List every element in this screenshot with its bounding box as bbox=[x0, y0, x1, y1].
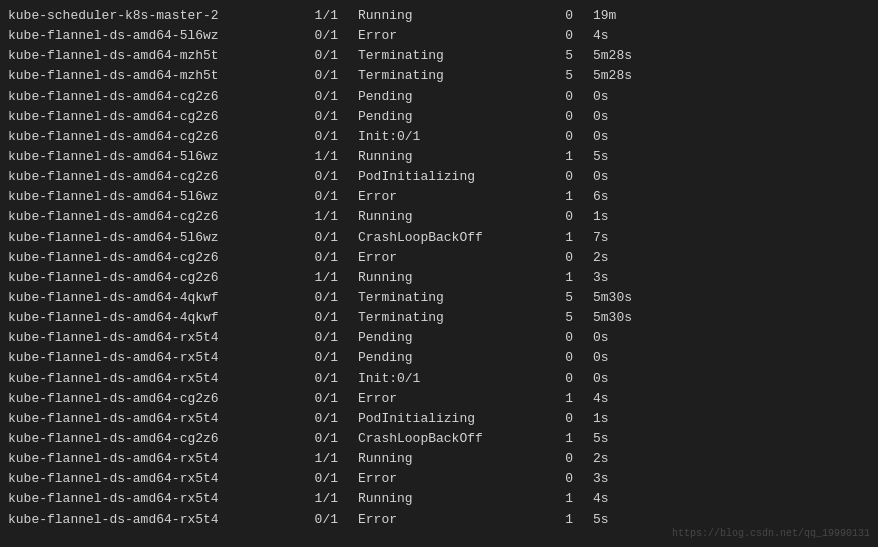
pod-name: kube-flannel-ds-amd64-rx5t4 bbox=[8, 348, 293, 368]
pod-age: 5m30s bbox=[593, 308, 673, 328]
pod-restarts: 5 bbox=[533, 288, 593, 308]
pod-restarts: 0 bbox=[533, 248, 593, 268]
pod-ready: 0/1 bbox=[293, 26, 358, 46]
pod-age: 0s bbox=[593, 369, 673, 389]
pod-ready: 0/1 bbox=[293, 389, 358, 409]
pod-ready: 0/1 bbox=[293, 107, 358, 127]
pod-age: 3s bbox=[593, 469, 673, 489]
pod-ready: 0/1 bbox=[293, 127, 358, 147]
pod-ready: 0/1 bbox=[293, 409, 358, 429]
table-row: kube-flannel-ds-amd64-mzh5t 0/1 Terminat… bbox=[8, 46, 870, 66]
pod-age: 7s bbox=[593, 228, 673, 248]
pod-ready: 0/1 bbox=[293, 348, 358, 368]
pod-name: kube-flannel-ds-amd64-cg2z6 bbox=[8, 248, 293, 268]
pod-status: Init:0/1 bbox=[358, 369, 533, 389]
table-row: kube-flannel-ds-amd64-4qkwf 0/1 Terminat… bbox=[8, 308, 870, 328]
pod-name: kube-flannel-ds-amd64-rx5t4 bbox=[8, 469, 293, 489]
pod-status: Pending bbox=[358, 348, 533, 368]
table-row: kube-flannel-ds-amd64-rx5t4 1/1 Running … bbox=[8, 449, 870, 469]
table-row: kube-flannel-ds-amd64-cg2z6 0/1 Pending … bbox=[8, 107, 870, 127]
pod-restarts: 1 bbox=[533, 147, 593, 167]
table-row: kube-flannel-ds-amd64-rx5t4 1/1 Running … bbox=[8, 489, 870, 509]
pod-ready: 0/1 bbox=[293, 66, 358, 86]
pod-status: Error bbox=[358, 389, 533, 409]
pod-status: Pending bbox=[358, 107, 533, 127]
pod-name: kube-scheduler-k8s-master-2 bbox=[8, 6, 293, 26]
pod-ready: 0/1 bbox=[293, 187, 358, 207]
pod-age: 5s bbox=[593, 429, 673, 449]
pod-ready: 1/1 bbox=[293, 489, 358, 509]
table-row: kube-flannel-ds-amd64-cg2z6 1/1 Running … bbox=[8, 207, 870, 227]
pod-age: 0s bbox=[593, 167, 673, 187]
pod-age: 5s bbox=[593, 510, 673, 530]
table-row: kube-flannel-ds-amd64-rx5t4 0/1 Pending … bbox=[8, 328, 870, 348]
table-row: kube-flannel-ds-amd64-5l6wz 0/1 CrashLoo… bbox=[8, 228, 870, 248]
pod-status: Error bbox=[358, 469, 533, 489]
pod-ready: 0/1 bbox=[293, 328, 358, 348]
pod-ready: 1/1 bbox=[293, 207, 358, 227]
pod-status: Running bbox=[358, 268, 533, 288]
pod-restarts: 0 bbox=[533, 107, 593, 127]
pod-name: kube-flannel-ds-amd64-rx5t4 bbox=[8, 409, 293, 429]
table-row: kube-flannel-ds-amd64-5l6wz 0/1 Error 1 … bbox=[8, 187, 870, 207]
pod-name: kube-flannel-ds-amd64-cg2z6 bbox=[8, 207, 293, 227]
pod-name: kube-flannel-ds-amd64-4qkwf bbox=[8, 308, 293, 328]
table-row: kube-flannel-ds-amd64-cg2z6 0/1 Error 1 … bbox=[8, 389, 870, 409]
pod-name: kube-flannel-ds-amd64-rx5t4 bbox=[8, 449, 293, 469]
pod-status: Terminating bbox=[358, 308, 533, 328]
table-row: kube-flannel-ds-amd64-rx5t4 0/1 Error 1 … bbox=[8, 510, 870, 530]
pod-status: Error bbox=[358, 248, 533, 268]
pod-name: kube-flannel-ds-amd64-cg2z6 bbox=[8, 268, 293, 288]
pod-restarts: 1 bbox=[533, 489, 593, 509]
table-row: kube-flannel-ds-amd64-rx5t4 0/1 PodIniti… bbox=[8, 409, 870, 429]
pod-status: Error bbox=[358, 187, 533, 207]
pod-ready: 1/1 bbox=[293, 147, 358, 167]
pod-age: 5m30s bbox=[593, 288, 673, 308]
pod-name: kube-flannel-ds-amd64-cg2z6 bbox=[8, 429, 293, 449]
pod-status: Error bbox=[358, 26, 533, 46]
pod-name: kube-flannel-ds-amd64-cg2z6 bbox=[8, 167, 293, 187]
terminal-window: kube-scheduler-k8s-master-2 1/1 Running … bbox=[0, 0, 878, 547]
pod-restarts: 0 bbox=[533, 348, 593, 368]
pod-ready: 0/1 bbox=[293, 369, 358, 389]
pod-age: 5m28s bbox=[593, 66, 673, 86]
pod-status: Running bbox=[358, 207, 533, 227]
table-row: kube-flannel-ds-amd64-cg2z6 1/1 Running … bbox=[8, 268, 870, 288]
pod-name: kube-flannel-ds-amd64-rx5t4 bbox=[8, 328, 293, 348]
pod-restarts: 0 bbox=[533, 87, 593, 107]
pod-restarts: 0 bbox=[533, 328, 593, 348]
pod-name: kube-flannel-ds-amd64-cg2z6 bbox=[8, 87, 293, 107]
table-row: kube-scheduler-k8s-master-2 1/1 Running … bbox=[8, 6, 870, 26]
pod-ready: 1/1 bbox=[293, 449, 358, 469]
pod-age: 0s bbox=[593, 348, 673, 368]
pod-restarts: 0 bbox=[533, 6, 593, 26]
pod-ready: 0/1 bbox=[293, 469, 358, 489]
pod-ready: 0/1 bbox=[293, 248, 358, 268]
pod-restarts: 0 bbox=[533, 167, 593, 187]
pod-restarts: 1 bbox=[533, 187, 593, 207]
pod-status: Running bbox=[358, 449, 533, 469]
table-row: kube-flannel-ds-amd64-rx5t4 0/1 Init:0/1… bbox=[8, 369, 870, 389]
pod-age: 2s bbox=[593, 248, 673, 268]
pod-table: kube-scheduler-k8s-master-2 1/1 Running … bbox=[8, 6, 870, 530]
pod-age: 4s bbox=[593, 26, 673, 46]
pod-name: kube-flannel-ds-amd64-5l6wz bbox=[8, 147, 293, 167]
table-row: kube-flannel-ds-amd64-rx5t4 0/1 Pending … bbox=[8, 348, 870, 368]
pod-name: kube-flannel-ds-amd64-rx5t4 bbox=[8, 489, 293, 509]
pod-status: Terminating bbox=[358, 288, 533, 308]
pod-restarts: 1 bbox=[533, 228, 593, 248]
pod-status: Terminating bbox=[358, 66, 533, 86]
pod-ready: 1/1 bbox=[293, 6, 358, 26]
pod-age: 5m28s bbox=[593, 46, 673, 66]
pod-ready: 0/1 bbox=[293, 167, 358, 187]
pod-name: kube-flannel-ds-amd64-cg2z6 bbox=[8, 127, 293, 147]
table-row: kube-flannel-ds-amd64-rx5t4 0/1 Error 0 … bbox=[8, 469, 870, 489]
pod-status: Terminating bbox=[358, 46, 533, 66]
pod-name: kube-flannel-ds-amd64-4qkwf bbox=[8, 288, 293, 308]
pod-name: kube-flannel-ds-amd64-5l6wz bbox=[8, 228, 293, 248]
pod-age: 4s bbox=[593, 489, 673, 509]
pod-name: kube-flannel-ds-amd64-mzh5t bbox=[8, 66, 293, 86]
watermark: https://blog.csdn.net/qq_19990131 bbox=[672, 528, 870, 539]
pod-status: Init:0/1 bbox=[358, 127, 533, 147]
pod-ready: 0/1 bbox=[293, 429, 358, 449]
